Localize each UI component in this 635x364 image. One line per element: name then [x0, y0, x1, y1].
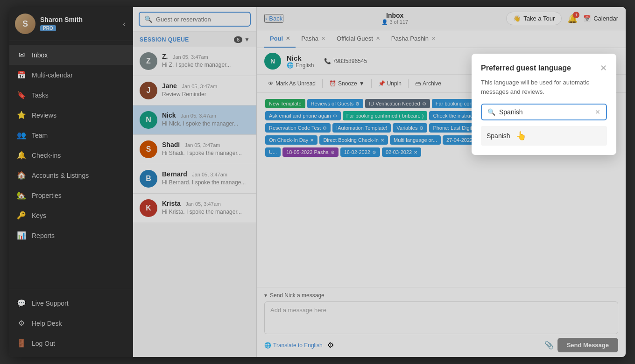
- popup-header: Preferred guest language ✕: [481, 63, 607, 73]
- spanish-suggestion[interactable]: Spanish 👆: [481, 126, 607, 146]
- popup-search-box: 🔍 ✕: [481, 104, 607, 120]
- popup-search-icon: 🔍: [487, 108, 495, 116]
- preferred-language-popup: Preferred guest language ✕ This language…: [472, 54, 616, 155]
- popup-description: This language will be used for automatic…: [481, 78, 607, 96]
- popup-close-button[interactable]: ✕: [600, 63, 607, 73]
- popup-search-input[interactable]: [499, 108, 591, 116]
- popup-clear-button[interactable]: ✕: [595, 108, 600, 116]
- suggestion-label: Spanish: [487, 132, 510, 140]
- popup-title: Preferred guest language: [481, 64, 571, 72]
- cursor-icon: 👆: [516, 131, 526, 141]
